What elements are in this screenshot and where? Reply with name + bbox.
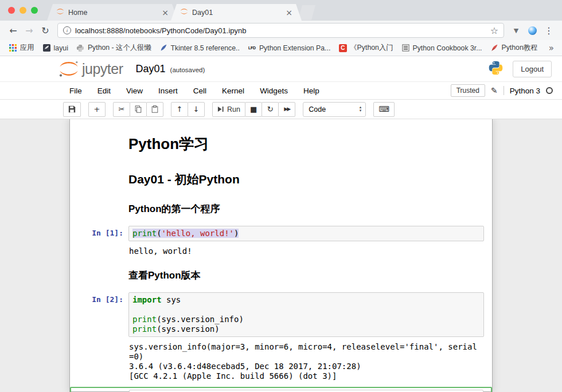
site-info-icon[interactable]: i bbox=[63, 26, 71, 34]
cut-cell-button[interactable]: ✂ bbox=[113, 102, 130, 117]
bookmark-python-jiaocheng[interactable]: Python教程 bbox=[486, 42, 542, 54]
insert-cell-button[interactable]: + bbox=[88, 102, 106, 117]
markdown-cell-h3-first[interactable]: Python的第一个程序 bbox=[70, 195, 492, 222]
prompt-empty bbox=[73, 199, 128, 219]
bookmark-python-rumen[interactable]: C 《Python入门 bbox=[334, 42, 397, 54]
back-button[interactable]: ← bbox=[6, 23, 21, 38]
markdown-cell-h3-second[interactable]: 查看Python版本 bbox=[70, 262, 492, 289]
interrupt-kernel-button[interactable]: ■ bbox=[245, 102, 262, 117]
trusted-badge[interactable]: Trusted bbox=[451, 84, 485, 97]
input-prompt: In [ ]: bbox=[74, 390, 129, 392]
stop-icon: ■ bbox=[250, 105, 257, 113]
command-palette-button[interactable]: ⌨ bbox=[373, 102, 395, 117]
divider bbox=[504, 86, 504, 95]
run-icon bbox=[217, 106, 224, 112]
code-cell-3-editing[interactable]: In [ ]: bbox=[70, 387, 492, 392]
forward-button[interactable]: → bbox=[22, 23, 37, 38]
address-bar[interactable]: i localhost:8888/notebooks/PythonCode/Da… bbox=[57, 23, 504, 38]
apps-grid-icon bbox=[9, 44, 17, 52]
bookmarks-bar: 应用 layui Python - 这个人很懒 Tkinter 8.5 refe… bbox=[0, 40, 562, 56]
prompt-empty bbox=[73, 131, 128, 160]
menu-help[interactable]: Help bbox=[303, 87, 319, 95]
move-cell-down-button[interactable]: ↓ bbox=[188, 102, 205, 117]
tab-title: Day01 bbox=[192, 9, 282, 17]
bookmark-apps[interactable]: 应用 bbox=[5, 42, 38, 54]
kernel-name: Python 3 bbox=[510, 87, 540, 95]
prompt-empty bbox=[73, 167, 128, 192]
notebook-scroll-area: Python学习 Day01 - 初始Python Python的第一个程序 I… bbox=[0, 119, 562, 392]
jupyter-favicon-icon bbox=[180, 8, 188, 17]
menu-widgets[interactable]: Widgets bbox=[260, 87, 288, 95]
bookmark-layui[interactable]: layui bbox=[38, 42, 72, 53]
python-gray-icon bbox=[76, 44, 85, 52]
markdown-cell-h2[interactable]: Day01 - 初始Python bbox=[70, 163, 492, 195]
kernel-idle-icon bbox=[546, 87, 553, 94]
new-tab-button[interactable] bbox=[298, 5, 315, 20]
restart-run-all-button[interactable]: ▶▶ bbox=[278, 102, 295, 117]
run-cell-button[interactable]: Run bbox=[212, 102, 245, 117]
tab-close-icon[interactable]: × bbox=[162, 9, 169, 17]
bookmark-label: Python Extension Pa... bbox=[259, 44, 330, 52]
bookmark-label: 应用 bbox=[20, 43, 34, 53]
jupyter-wordmark: jupyter bbox=[82, 61, 123, 77]
code-output-1: hello, world! bbox=[128, 244, 484, 258]
code-input-1[interactable]: print('hello, world!') bbox=[128, 226, 484, 241]
bookmark-star-icon[interactable]: ☆ bbox=[490, 25, 498, 36]
edit-mode-pencil-icon: ✎ bbox=[491, 86, 498, 95]
code-cell-1[interactable]: In [1]: print('hello, world!') hello, wo… bbox=[70, 222, 492, 262]
reload-button[interactable]: ↻ bbox=[38, 23, 53, 38]
code-cell-2[interactable]: In [2]: import sys print(sys.version_inf… bbox=[70, 289, 492, 387]
output-prompt bbox=[73, 244, 128, 258]
logout-button[interactable]: Logout bbox=[513, 61, 552, 77]
menu-insert[interactable]: Insert bbox=[158, 87, 178, 95]
save-button[interactable] bbox=[63, 102, 81, 117]
menu-cell[interactable]: Cell bbox=[193, 87, 206, 95]
plus-icon: + bbox=[94, 105, 100, 113]
window-controls bbox=[3, 7, 47, 14]
restart-icon: ↻ bbox=[267, 105, 274, 113]
markdown-cell-h1[interactable]: Python学习 bbox=[70, 127, 492, 163]
input-prompt: In [1]: bbox=[73, 226, 128, 241]
copy-cell-button[interactable] bbox=[130, 102, 147, 117]
menu-edit[interactable]: Edit bbox=[97, 87, 111, 95]
browser-tab-strip: Home × Day01 × bbox=[0, 0, 562, 21]
cell-type-value: Code bbox=[309, 105, 326, 113]
keyboard-icon: ⌨ bbox=[378, 105, 389, 113]
menu-view[interactable]: View bbox=[126, 87, 143, 95]
tab-title: Home bbox=[68, 9, 158, 17]
bookmark-python-cookbook[interactable]: Python Cookbook 3r... bbox=[397, 42, 486, 53]
paste-cell-button[interactable] bbox=[146, 102, 163, 117]
bookmark-tkinter-reference[interactable]: Tkinter 8.5 reference.. bbox=[155, 42, 244, 53]
bookmark-python-extension[interactable]: LFD Python Extension Pa... bbox=[244, 42, 334, 53]
cell-type-select[interactable]: Code ▴ ▾ bbox=[303, 102, 366, 117]
bookmark-python-blog[interactable]: Python - 这个人很懒 bbox=[72, 42, 155, 54]
jupyter-planet-icon bbox=[58, 61, 79, 77]
code-input-3[interactable] bbox=[129, 390, 483, 392]
input-prompt: In [2]: bbox=[73, 292, 128, 337]
jupyter-header: jupyter Day01 (autosaved) Logout bbox=[0, 56, 562, 81]
notebook-menubar: File Edit View Insert Cell Kernel Widget… bbox=[0, 81, 562, 100]
jupyter-logo[interactable]: jupyter bbox=[58, 61, 123, 77]
fast-forward-icon: ▶▶ bbox=[284, 105, 290, 113]
move-cell-up-button[interactable]: ↑ bbox=[171, 102, 188, 117]
window-zoom-button[interactable] bbox=[31, 7, 38, 14]
restart-kernel-button[interactable]: ↻ bbox=[262, 102, 279, 117]
extension-globe-icon[interactable] bbox=[528, 26, 537, 35]
downloads-chevron-icon[interactable]: ▼ bbox=[509, 23, 524, 38]
browser-menu-icon[interactable]: ⋮ bbox=[541, 23, 556, 38]
window-close-button[interactable] bbox=[8, 7, 15, 14]
window-minimize-button[interactable] bbox=[19, 7, 26, 14]
bookmark-label: Tkinter 8.5 reference.. bbox=[171, 44, 240, 52]
tab-home[interactable]: Home × bbox=[47, 4, 178, 21]
tab-day01[interactable]: Day01 × bbox=[171, 4, 302, 21]
checkpoint-status: (autosaved) bbox=[170, 64, 205, 73]
clipboard-icon bbox=[151, 105, 158, 113]
menu-kernel[interactable]: Kernel bbox=[222, 87, 244, 95]
menu-file[interactable]: File bbox=[69, 87, 82, 95]
bookmark-label: layui bbox=[54, 44, 68, 52]
scissors-icon: ✂ bbox=[119, 105, 125, 113]
bookmarks-overflow-icon[interactable]: » bbox=[545, 43, 557, 53]
code-input-2[interactable]: import sys print(sys.version_info) print… bbox=[128, 292, 484, 337]
notebook-title[interactable]: Day01 bbox=[136, 63, 166, 75]
tab-close-icon[interactable]: × bbox=[286, 9, 292, 17]
